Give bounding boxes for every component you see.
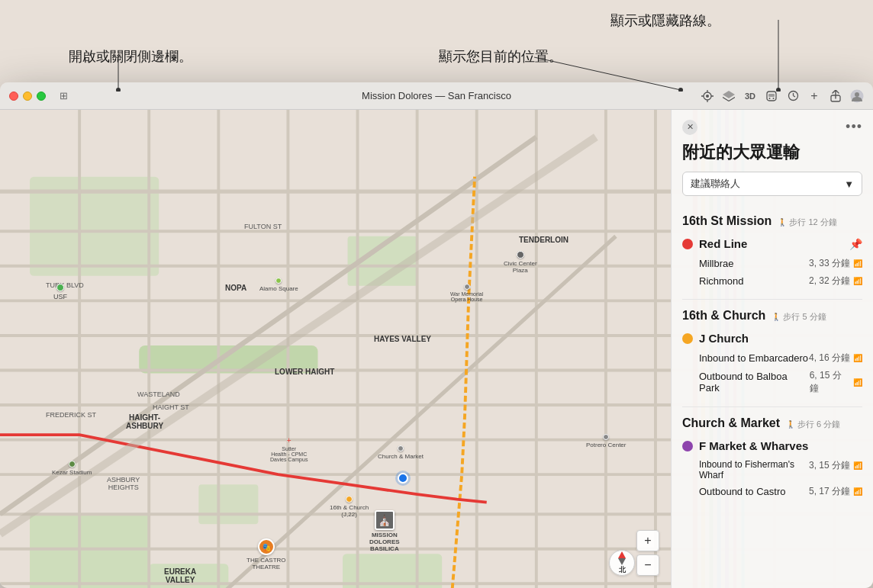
titlebar: ⊞ Mission Dolores — San Francisco 3D + <box>0 82 873 110</box>
realtime-icon-4: 📶 <box>853 378 862 387</box>
fishermans-wharf-time: 3, 15 分鐘 📶 <box>809 459 862 472</box>
millbrae-label: Millbrae <box>699 258 734 269</box>
realtime-icon-5: 📶 <box>853 461 862 470</box>
traffic-lights <box>9 92 46 101</box>
layers-button[interactable] <box>722 89 736 103</box>
window-title: Mission Dolores — San Francisco <box>362 90 511 101</box>
station-name-1: 16th St Mission <box>682 214 772 228</box>
user-location-dot <box>398 473 408 484</box>
svg-rect-15 <box>768 94 775 97</box>
walk-time-1: 步行 12 分鐘 <box>778 217 836 228</box>
station-name-3: Church & Market <box>682 416 780 430</box>
section-16th-st-mission: 16th St Mission 步行 12 分鐘 <box>672 208 873 231</box>
millbrae-row: Millbrae 3, 33 分鐘 📶 <box>682 255 862 272</box>
f-market-item: F Market & Wharves Inbound to Fisherman'… <box>672 433 873 506</box>
balboa-park-label: Outbound to Balboa Park <box>699 371 810 394</box>
station-name-2: 16th & Church <box>682 309 765 323</box>
add-button[interactable]: + <box>807 89 821 103</box>
zoom-out-button[interactable]: − <box>636 554 659 576</box>
svg-rect-24 <box>198 484 258 524</box>
realtime-icon-6: 📶 <box>853 487 862 496</box>
zoom-in-button[interactable]: + <box>636 530 659 551</box>
sidebar-close-button[interactable]: ✕ <box>682 120 697 135</box>
castro-row: Outbound to Castro 5, 17 分鐘 📶 <box>682 483 862 500</box>
f-market-name: F Market & Wharves <box>699 439 808 452</box>
divider-2 <box>682 406 862 407</box>
embarcadero-row: Inbound to Embarcadero 4, 16 分鐘 📶 <box>682 349 862 367</box>
map-container[interactable]: TENDERLOIN HAYES VALLEY LOWER HAIGHT HAI… <box>0 110 873 588</box>
svg-point-21 <box>855 92 859 97</box>
castro-time: 5, 17 分鐘 📶 <box>809 485 862 498</box>
compass[interactable]: 北 <box>609 550 635 576</box>
f-market-dot <box>682 441 693 451</box>
walk-time-3: 步行 6 分鐘 <box>786 419 840 430</box>
richmond-row: Richmond 2, 32 分鐘 📶 <box>682 272 862 290</box>
j-church-dot <box>682 333 693 344</box>
maximize-button[interactable] <box>37 92 46 101</box>
main-window: ⊞ Mission Dolores — San Francisco 3D + <box>0 82 873 588</box>
fishermans-wharf-label: Inbound to Fisherman'sWharf <box>699 459 794 480</box>
svg-point-13 <box>769 98 771 99</box>
compass-label: 北 <box>619 565 626 575</box>
realtime-icon-2: 📶 <box>853 277 862 285</box>
j-church-item: J Church Inbound to Embarcadero 4, 16 分鐘… <box>672 326 873 403</box>
avatar-button[interactable] <box>850 89 864 103</box>
dropdown-arrow-icon: ▼ <box>844 178 854 190</box>
j-church-name: J Church <box>699 332 749 345</box>
embarcadero-time: 4, 16 分鐘 📶 <box>809 352 862 365</box>
minimize-button[interactable] <box>23 92 32 101</box>
embarcadero-label: Inbound to Embarcadero <box>699 352 808 364</box>
red-line-name-row: Red Line 📌 <box>682 237 862 250</box>
sidebar-toggle-callout: 開啟或關閉側邊欄。 <box>69 47 192 66</box>
sidebar-more-button[interactable]: ••• <box>846 119 862 135</box>
red-line-item: Red Line 📌 Millbrae 3, 33 分鐘 📶 Richmond … <box>672 231 873 296</box>
threed-button[interactable]: 3D <box>743 89 757 103</box>
red-line-dot <box>682 239 693 249</box>
svg-point-14 <box>773 98 775 99</box>
share-button[interactable] <box>829 89 842 103</box>
location-button[interactable] <box>701 89 714 103</box>
zoom-controls: + − <box>636 530 659 576</box>
clock-button[interactable] <box>786 89 800 103</box>
fishermans-wharf-row: Inbound to Fisherman'sWharf 3, 15 分鐘 📶 <box>682 457 862 483</box>
walk-time-2: 步行 5 分鐘 <box>772 311 826 323</box>
pin-icon: 📌 <box>849 238 862 250</box>
richmond-time: 2, 32 分鐘 📶 <box>809 275 862 288</box>
sidebar-dropdown[interactable]: 建議聯絡人 ▼ <box>682 172 862 196</box>
svg-rect-22 <box>30 514 149 588</box>
svg-point-11 <box>706 95 709 98</box>
transit-sidebar: ✕ ••• 附近的大眾運輸 建議聯絡人 ▼ 16th St Mission 步行… <box>671 110 873 588</box>
transit-button[interactable] <box>765 89 778 103</box>
realtime-icon-3: 📶 <box>853 354 862 362</box>
castro-label: Outbound to Castro <box>699 486 785 497</box>
sidebar-title: 附近的大眾運輸 <box>672 138 873 172</box>
j-church-name-row: J Church <box>682 332 862 345</box>
section-16th-church: 16th & Church 步行 5 分鐘 <box>672 303 873 326</box>
close-button[interactable] <box>9 92 18 101</box>
current-location-callout: 顯示您目前的位置。 <box>439 47 562 66</box>
show-hide-routes-callout: 顯示或隱藏路線。 <box>610 11 720 30</box>
balboa-park-row: Outbound to Balboa Park 6, 15 分鐘 📶 <box>682 367 862 397</box>
f-market-name-row: F Market & Wharves <box>682 439 862 452</box>
titlebar-controls: 3D + <box>701 89 864 103</box>
red-line-name: Red Line <box>699 237 747 250</box>
section-church-market: Church & Market 步行 6 分鐘 <box>672 410 873 433</box>
richmond-label: Richmond <box>699 275 744 287</box>
realtime-icon-1: 📶 <box>853 259 862 268</box>
divider-1 <box>682 299 862 300</box>
balboa-park-time: 6, 15 分鐘 📶 <box>810 369 862 395</box>
svg-line-18 <box>793 96 795 98</box>
dropdown-label: 建議聯絡人 <box>691 177 740 191</box>
millbrae-time: 3, 33 分鐘 📶 <box>809 257 862 270</box>
sidebar-toggle-icon[interactable]: ⊞ <box>60 90 68 101</box>
sidebar-header: ✕ ••• <box>672 110 873 138</box>
